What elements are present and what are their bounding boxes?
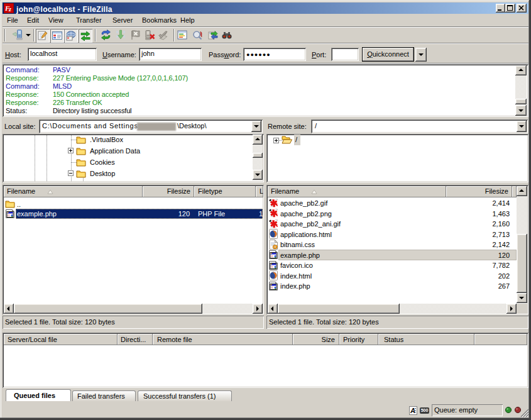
svg-text:z: z <box>8 6 11 13</box>
